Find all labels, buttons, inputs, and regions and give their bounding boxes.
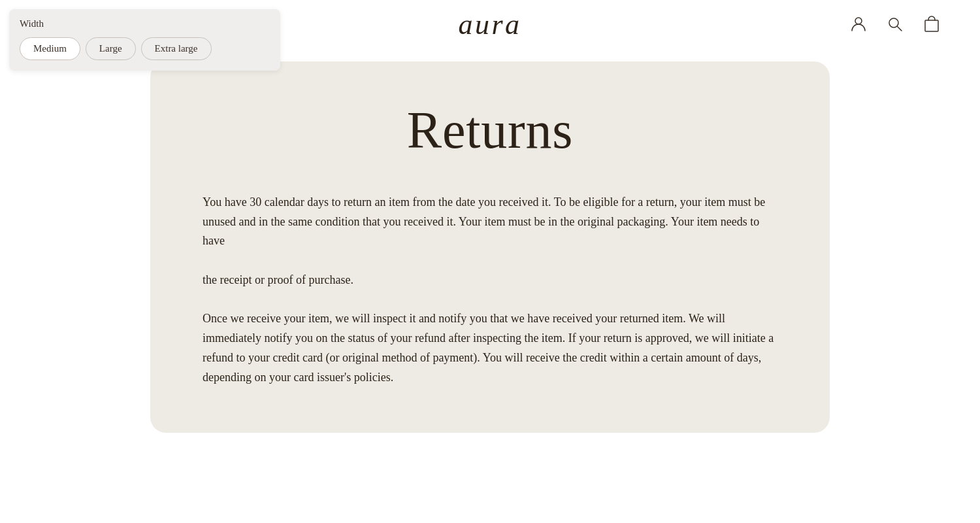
svg-point-1 — [889, 18, 898, 27]
cart-icon[interactable] — [923, 15, 941, 33]
svg-point-0 — [855, 18, 862, 24]
returns-card: Returns You have 30 calendar days to ret… — [150, 61, 830, 433]
width-options-group: Medium Large Extra large — [20, 37, 270, 60]
width-selector-popup: Width Medium Large Extra large — [9, 9, 280, 71]
width-selector-label: Width — [20, 18, 270, 29]
header-icons — [849, 15, 941, 33]
width-option-large[interactable]: Large — [86, 37, 136, 60]
width-option-extra-large[interactable]: Extra large — [141, 37, 212, 60]
search-icon[interactable] — [886, 15, 904, 33]
returns-paragraph-1: You have 30 calendar days to return an i… — [203, 193, 777, 290]
svg-rect-3 — [925, 20, 938, 31]
site-logo[interactable]: aura — [458, 8, 521, 41]
width-option-medium[interactable]: Medium — [20, 37, 80, 60]
returns-paragraph-2: Once we receive your item, we will inspe… — [203, 309, 777, 387]
main-content: Returns You have 30 calendar days to ret… — [0, 48, 980, 472]
account-icon[interactable] — [849, 15, 868, 33]
page-title: Returns — [203, 101, 777, 160]
svg-line-2 — [898, 27, 902, 31]
